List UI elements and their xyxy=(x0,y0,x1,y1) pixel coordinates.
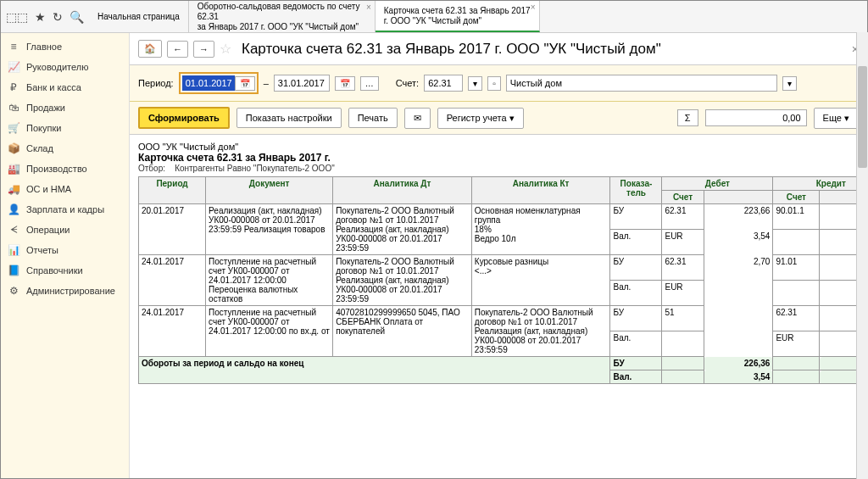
account-label: Счет: xyxy=(396,78,419,88)
history-icon[interactable]: ↻ xyxy=(53,10,63,24)
scrollbar[interactable] xyxy=(856,33,867,478)
sidebar-item-bank[interactable]: ₽Банк и касса xyxy=(1,77,129,97)
email-button[interactable]: ✉ xyxy=(404,108,431,129)
top-toolbar: ⬚⬚ ★ ↻ 🔍 Начальная страница Оборотно-сал… xyxy=(1,1,867,33)
tab-osv[interactable]: Оборотно-сальдовая ведомость по счету 62… xyxy=(189,1,376,32)
calendar-icon[interactable]: 📅 xyxy=(235,76,255,91)
box-icon: 📦 xyxy=(8,142,19,154)
home-button[interactable]: 🏠 xyxy=(138,40,162,58)
report-title: Карточка счета 62.31 за Январь 2017 г. xyxy=(138,152,331,164)
sidebar-item-admin[interactable]: ⚙Администрирование xyxy=(1,281,129,301)
report-org: ООО "УК "Чистый дом" xyxy=(138,142,859,152)
menu-icon: ≡ xyxy=(8,41,19,53)
sidebar: ≡Главное 📈Руководителю ₽Банк и касса 🛍Пр… xyxy=(1,33,130,478)
sidebar-item-reports[interactable]: 📊Отчеты xyxy=(1,240,129,260)
sigma-label: Σ xyxy=(677,109,698,126)
params-panel: Период: 📅 – 📅 … Счет: ▾ ▫ ▾ xyxy=(130,65,867,102)
star-icon[interactable]: ★ xyxy=(35,10,46,24)
more-button[interactable]: Еще ▾ xyxy=(814,108,859,129)
bag-icon: 🛍 xyxy=(8,102,19,114)
report-area: ООО "УК "Чистый дом" Карточка счета 62.3… xyxy=(130,135,867,478)
chart-icon: 📈 xyxy=(8,61,19,73)
table-row[interactable]: 20.01.2017 Реализация (акт, накладная) У… xyxy=(139,204,868,230)
print-button[interactable]: Печать xyxy=(348,108,398,128)
sidebar-item-warehouse[interactable]: 📦Склад xyxy=(1,138,129,159)
ops-icon: ᗕ xyxy=(8,224,19,236)
sidebar-item-manager[interactable]: 📈Руководителю xyxy=(1,57,129,77)
sidebar-item-refs[interactable]: 📘Справочники xyxy=(1,260,129,281)
close-icon[interactable]: × xyxy=(366,3,371,13)
apps-icon[interactable]: ⬚⬚ xyxy=(6,10,28,24)
page-title: Карточка счета 62.31 за Январь 2017 г. О… xyxy=(242,41,661,58)
truck-icon: 🚚 xyxy=(8,183,19,195)
date-to-input[interactable] xyxy=(274,75,330,92)
org-input[interactable] xyxy=(506,75,777,92)
forward-button[interactable]: → xyxy=(193,41,214,58)
sidebar-item-main[interactable]: ≡Главное xyxy=(1,36,129,57)
tab-card[interactable]: Карточка счета 62.31 за Январь 2017г. ОО… xyxy=(376,1,540,32)
tab-home[interactable]: Начальная страница xyxy=(89,1,189,32)
select-button[interactable]: ▫ xyxy=(487,76,501,91)
book-icon: 📘 xyxy=(8,265,19,276)
report-table: Период Документ Аналитика Дт Аналитика К… xyxy=(138,176,867,384)
sidebar-item-payroll[interactable]: 👤Зарплата и кадры xyxy=(1,199,129,220)
titlebar: 🏠 ← → ☆ Карточка счета 62.31 за Январь 2… xyxy=(130,33,867,65)
sidebar-item-assets[interactable]: 🚚ОС и НМА xyxy=(1,179,129,199)
sidebar-item-sales[interactable]: 🛍Продажи xyxy=(1,97,129,118)
period-label: Период: xyxy=(138,78,174,88)
table-row[interactable]: 24.01.2017 Поступление на расчетный счет… xyxy=(139,306,868,331)
account-input[interactable] xyxy=(424,75,463,92)
bars-icon: 📊 xyxy=(8,244,19,256)
sidebar-item-purchases[interactable]: 🛒Покупки xyxy=(1,118,129,138)
table-row[interactable]: 24.01.2017 Поступление на расчетный счет… xyxy=(139,255,868,281)
period-picker-button[interactable]: … xyxy=(360,76,379,91)
factory-icon: 🏭 xyxy=(8,163,19,175)
summary-row: Обороты за период и сальдо на конец БУ 2… xyxy=(139,357,868,370)
ruble-icon: ₽ xyxy=(8,81,19,93)
register-button[interactable]: Регистр учета ▾ xyxy=(437,108,524,129)
toolbar: Сформировать Показать настройки Печать ✉… xyxy=(130,102,867,135)
date-from-input[interactable] xyxy=(182,75,235,91)
sidebar-item-operations[interactable]: ᗕОперации xyxy=(1,220,129,240)
cart-icon: 🛒 xyxy=(8,122,19,134)
sidebar-item-production[interactable]: 🏭Производство xyxy=(1,159,129,179)
form-button[interactable]: Сформировать xyxy=(138,107,230,129)
total-box: 0,00 xyxy=(705,109,807,126)
dropdown-icon[interactable]: ▾ xyxy=(782,76,797,91)
person-icon: 👤 xyxy=(8,203,19,215)
calendar-icon[interactable]: 📅 xyxy=(335,76,355,91)
search-icon[interactable]: 🔍 xyxy=(70,10,84,24)
favorite-icon[interactable]: ☆ xyxy=(220,41,231,57)
settings-button[interactable]: Показать настройки xyxy=(236,108,342,128)
back-button[interactable]: ← xyxy=(167,41,188,58)
gear-icon: ⚙ xyxy=(8,285,19,297)
dropdown-icon[interactable]: ▾ xyxy=(468,76,482,91)
close-icon[interactable]: × xyxy=(531,3,536,13)
